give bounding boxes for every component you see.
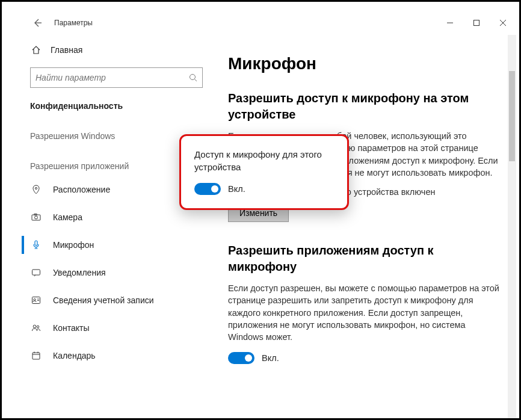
sidebar-item-label: Уведомления [53,268,106,277]
location-icon [30,185,42,194]
toggle-label: Вкл. [262,353,279,363]
titlebar: Параметры [22,11,516,35]
calendar-icon [30,351,42,360]
section2-body: Если доступ разрешен, вы можете с помощь… [228,282,503,343]
home-link[interactable]: Главная [22,40,211,60]
popover-title: Доступ к микрофону для этого устройства [194,148,334,173]
camera-icon [30,212,42,222]
apps-access-toggle[interactable] [228,352,254,364]
scrollbar[interactable] [508,35,516,418]
sidebar-item-microphone[interactable]: Микрофон [22,231,211,259]
content-area: Микрофон Разрешить доступ к микрофону на… [211,35,516,418]
device-access-popover: Доступ к микрофону для этого устройства … [179,134,349,210]
sidebar-item-calendar[interactable]: Календарь [22,342,211,369]
account-info-icon [30,295,42,305]
arrow-left-icon [32,18,42,28]
section1-heading: Разрешить доступ к микрофону на этом уст… [228,90,503,123]
sidebar: Главная Конфиденциальность Разрешения Wi… [22,35,211,418]
svg-rect-3 [32,215,40,220]
close-icon [500,20,506,26]
page-title: Микрофон [228,54,503,73]
contacts-icon [30,323,42,333]
sidebar-item-contacts[interactable]: Контакты [22,314,211,342]
close-button[interactable] [490,14,516,32]
svg-point-9 [34,298,35,300]
scroll-thumb[interactable] [509,71,515,161]
search-box[interactable] [30,67,203,88]
sidebar-item-label: Календарь [53,351,96,360]
sidebar-item-label: Сведения учетной записи [53,295,154,305]
svg-point-10 [33,325,36,328]
svg-rect-6 [35,241,37,246]
back-button[interactable] [29,14,46,31]
sidebar-item-label: Контакты [53,323,89,333]
settings-window: Параметры Главная [22,11,516,418]
notifications-icon [30,268,42,277]
microphone-icon [30,240,42,250]
svg-point-4 [35,216,38,219]
maximize-button[interactable] [463,14,490,32]
home-icon [30,45,42,55]
search-icon [189,73,197,82]
minimize-button[interactable] [437,14,463,32]
svg-rect-7 [32,270,40,275]
search-input[interactable] [35,73,189,82]
home-label: Главная [51,45,82,55]
sidebar-item-notifications[interactable]: Уведомления [22,259,211,286]
svg-rect-0 [474,20,479,26]
sidebar-item-label: Камера [53,212,82,222]
popover-toggle-label: Вкл. [228,184,245,194]
minimize-icon [447,20,453,26]
svg-rect-12 [32,353,40,359]
sidebar-item-label: Микрофон [53,240,94,250]
sidebar-item-label: Расположение [53,185,110,194]
device-access-toggle[interactable] [194,183,221,195]
svg-point-1 [190,75,196,80]
sidebar-item-account-info[interactable]: Сведения учетной записи [22,286,211,314]
section2-heading: Разрешить приложениям доступ к микрофону [228,242,503,275]
svg-point-11 [37,326,39,328]
sidebar-section-title: Конфиденциальность [22,88,211,116]
maximize-icon [473,20,479,26]
window-title: Параметры [54,19,93,27]
svg-point-2 [35,187,37,189]
